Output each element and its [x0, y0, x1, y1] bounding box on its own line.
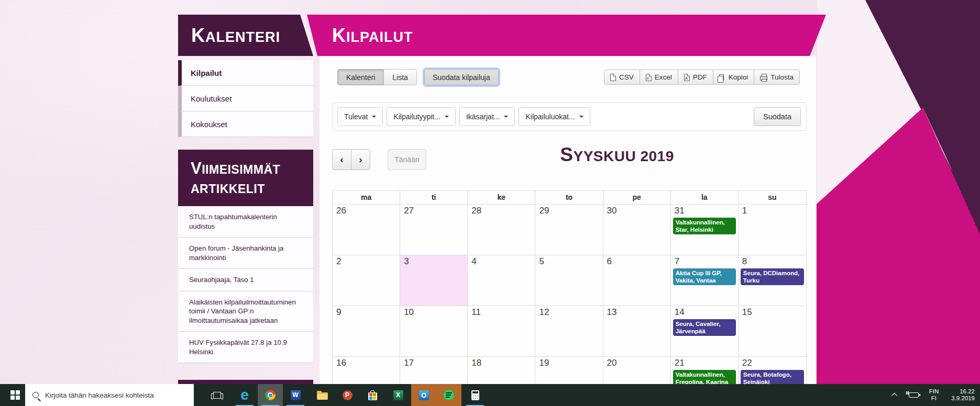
sidebar-nav: KilpailutKoulutuksetKokoukset — [178, 60, 313, 137]
article-link[interactable]: STUL:n tapahtumakalenterin uudistus — [178, 206, 313, 238]
next-month-button[interactable]: › — [351, 149, 370, 170]
filter-dropdown-kilpailutyypit[interactable]: Kilpailutyypit... — [387, 107, 455, 126]
calendar-day-cell[interactable]: 10 — [400, 306, 468, 356]
calendar-day-cell[interactable]: 7Aktia Cup III GP, Vakita, Vantaa — [671, 255, 739, 306]
sidebar-title: Kalenteri — [178, 15, 313, 58]
calendar-day-cell[interactable]: 28 — [468, 204, 535, 255]
article-link[interactable]: HUV Fysiikkapäivät 27.8 ja 10.9 Helsinki — [178, 332, 313, 363]
taskbar-app-explorer[interactable] — [310, 384, 335, 406]
sidebar-item-koulutukset[interactable]: Koulutukset — [178, 86, 313, 111]
system-tray: FIN FI 16.22 3.9.2019 — [893, 384, 980, 406]
excel-file-icon: x — [646, 74, 652, 81]
article-link[interactable]: Open forum - Jäsenhankinta ja markkinoin… — [178, 238, 313, 269]
task-view-icon — [213, 392, 221, 399]
desktop: Kalenteri Kilpailut KilpailutKoulutukset… — [0, 0, 980, 406]
calendar-day-cell[interactable]: 30 — [603, 204, 671, 255]
language-code: FIN — [929, 388, 939, 396]
calendar-day-cell[interactable]: 14Seura, Cavalier, Järvenpää — [671, 306, 739, 356]
weekday-ti: ti — [400, 191, 468, 204]
taskbar: Kirjoita tähän hakeaksesi kohteista eWPX… — [0, 384, 980, 406]
prev-month-button[interactable]: ‹ — [332, 149, 351, 170]
latest-articles-list: STUL:n tapahtumakalenterin uudistusOpen … — [178, 206, 313, 363]
taskbar-app-excel[interactable]: X — [386, 384, 411, 406]
calendar-day-cell[interactable]: 13 — [603, 306, 671, 356]
day-number: 27 — [400, 205, 467, 216]
calendar-week-row: 234567Aktia Cup III GP, Vakita, Vantaa8S… — [333, 255, 806, 306]
calendar-day-cell[interactable]: 1 — [739, 204, 806, 255]
spotify-icon — [444, 390, 454, 400]
day-number: 22 — [739, 357, 806, 368]
calculator-icon — [471, 390, 479, 400]
export-tulosta-button[interactable]: Tulosta — [754, 70, 800, 85]
calendar-day-cell[interactable]: 12 — [535, 306, 603, 356]
sidebar-item-kilpailut[interactable]: Kilpailut — [178, 60, 313, 86]
calendar-day-cell[interactable]: 9 — [333, 306, 400, 356]
taskbar-app-edge[interactable]: e — [232, 384, 257, 406]
sidebar-item-kokoukset[interactable]: Kokoukset — [178, 111, 313, 137]
export-csv-button[interactable]: CSV — [604, 70, 640, 85]
latest-articles-header: Viimeisimmät artikkelit — [178, 150, 313, 206]
calendar-day-cell[interactable]: 15 — [739, 306, 806, 356]
filter-dropdown-ikäsarjat[interactable]: Ikäsarjat... — [459, 107, 515, 126]
filter-dropdown-kilpailuluokat[interactable]: Kilpailuluokat... — [519, 107, 590, 126]
calendar-day-cell[interactable]: 29 — [535, 204, 603, 255]
day-number: 29 — [535, 205, 602, 216]
filter-panel: TulevatKilpailutyypit...Ikäsarjat...Kilp… — [333, 103, 807, 131]
calendar-event[interactable]: Aktia Cup III GP, Vakita, Vantaa — [673, 268, 736, 285]
day-number: 26 — [333, 205, 400, 216]
calendar-day-cell[interactable]: 4 — [468, 255, 535, 306]
csv-file-icon — [610, 74, 616, 81]
article-link[interactable]: Seuraohjaaja, Taso 1 — [178, 269, 313, 291]
calendar-day-cell[interactable]: 11 — [468, 306, 535, 356]
language-indicator[interactable]: FIN FI — [929, 388, 939, 402]
task-view-button[interactable] — [204, 384, 229, 406]
outlook-icon: O — [419, 390, 429, 400]
taskbar-app-outlook[interactable]: O — [411, 384, 436, 406]
calendar-event[interactable]: Valtakunnallinen, Star, Helsinki — [673, 218, 736, 234]
export-kopioi-button[interactable]: Kopioi — [713, 70, 755, 85]
calendar-day-cell[interactable]: 27 — [400, 204, 468, 255]
day-number: 4 — [468, 255, 535, 267]
taskbar-app-powerpoint[interactable]: P — [335, 384, 360, 406]
taskbar-app-word[interactable]: W — [283, 384, 308, 406]
export-pdf-button[interactable]: APDF — [678, 70, 713, 85]
filter-toggle-button[interactable]: Suodata kilpailuja — [424, 69, 499, 85]
view-tab-lista[interactable]: Lista — [383, 69, 417, 85]
battery-plugged-icon[interactable] — [909, 392, 919, 398]
tray-expand-chevron-icon[interactable] — [891, 393, 897, 399]
clock[interactable]: 16.22 3.9.2019 — [951, 388, 975, 402]
calendar-day-cell[interactable]: 2 — [333, 255, 400, 306]
calendar-day-cell[interactable]: 31Valtakunnallinen, Star, Helsinki — [671, 204, 739, 255]
calendar-week-row: 262728293031Valtakunnallinen, Star, Hels… — [333, 204, 806, 255]
day-number: 7 — [671, 255, 738, 267]
filter-submit-button[interactable]: Suodata — [754, 107, 801, 126]
start-button[interactable] — [5, 384, 25, 406]
calendar-day-cell[interactable]: 8Seura, DCDiamond, Turku — [739, 255, 806, 306]
day-number: 30 — [603, 205, 670, 216]
taskbar-search-input[interactable]: Kirjoita tähän hakeaksesi kohteista — [25, 384, 194, 406]
calendar-event[interactable]: Seura, Cavalier, Järvenpää — [673, 319, 736, 336]
taskbar-app-calculator[interactable] — [463, 384, 488, 406]
filter-dropdown-tulevat[interactable]: Tulevat — [337, 107, 383, 126]
taskbar-app-chrome[interactable] — [258, 384, 283, 406]
article-link[interactable]: Alaikäisten kilpailuilmoittautuminen toi… — [178, 291, 313, 332]
calendar-day-cell[interactable]: 5 — [535, 255, 603, 306]
view-tab-kalenteri[interactable]: Kalenteri — [337, 69, 384, 85]
powerpoint-icon: P — [343, 390, 353, 400]
calendar-event[interactable]: Seura, DCDiamond, Turku — [741, 268, 804, 285]
chrome-icon — [265, 390, 276, 400]
taskbar-app-spotify[interactable] — [436, 384, 461, 406]
day-number: 17 — [400, 357, 467, 368]
calendar-day-cell[interactable]: 6 — [603, 255, 671, 306]
excel-icon: X — [393, 390, 403, 400]
export-excel-button[interactable]: xExcel — [640, 70, 678, 85]
day-number: 10 — [400, 306, 467, 318]
today-button[interactable]: Tänään — [388, 149, 426, 170]
calendar-day-today[interactable]: 3 — [400, 255, 468, 306]
taskbar-app-store[interactable] — [360, 384, 385, 406]
keyboard-layout: FI — [931, 395, 937, 402]
search-icon — [32, 392, 39, 398]
calendar-day-cell[interactable]: 26 — [333, 204, 400, 255]
page-title: Kilpailut — [299, 15, 826, 58]
weekday-la: la — [671, 191, 739, 204]
